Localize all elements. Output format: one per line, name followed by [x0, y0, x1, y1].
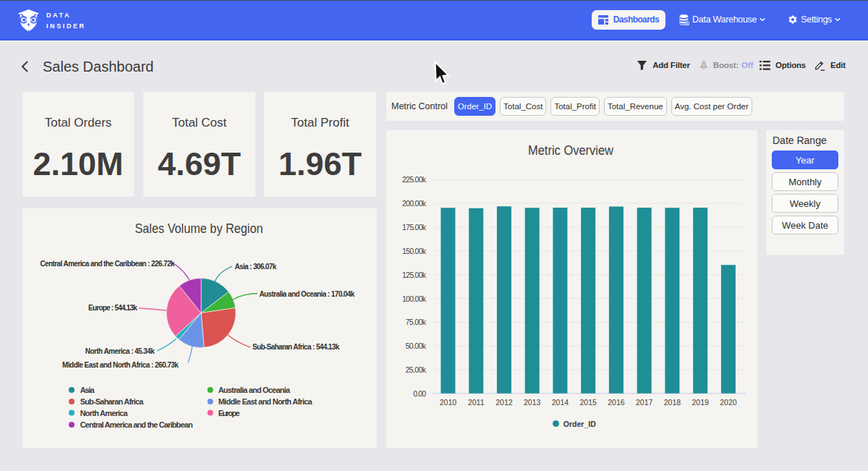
svg-text:Metric Overview: Metric Overview — [528, 143, 614, 158]
svg-text:Order_ID: Order_ID — [563, 420, 596, 428]
svg-text:Europe: Europe — [218, 409, 240, 417]
svg-text:Asia: Asia — [80, 386, 95, 394]
svg-text:Sales Volume by Region: Sales Volume by Region — [135, 221, 263, 236]
svg-text:2010: 2010 — [440, 398, 457, 407]
svg-text:Middle East and North Africa :: Middle East and North Africa : 260.73k — [62, 361, 179, 369]
svg-text:0.00: 0.00 — [413, 389, 426, 398]
svg-text:50.00k: 50.00k — [406, 341, 427, 350]
svg-text:Sub-Saharan Africa: Sub-Saharan Africa — [80, 397, 144, 406]
svg-text:Central America and the Caribb: Central America and the Caribbean : 226.… — [41, 260, 175, 268]
svg-text:Australia and Oceania: Australia and Oceania — [218, 386, 291, 394]
svg-text:Central America and the Caribb: Central America and the Caribbean — [80, 420, 193, 429]
svg-text:200.00k: 200.00k — [402, 199, 427, 208]
svg-text:2019: 2019 — [692, 398, 710, 407]
svg-text:2012: 2012 — [495, 398, 513, 407]
svg-text:2018: 2018 — [664, 398, 681, 407]
svg-text:225.00k: 225.00k — [402, 175, 427, 184]
svg-text:100.00k: 100.00k — [402, 294, 427, 303]
svg-text:2011: 2011 — [468, 398, 485, 407]
svg-text:25.00k: 25.00k — [406, 365, 427, 374]
svg-text:Middle East and North Africa: Middle East and North Africa — [218, 397, 313, 406]
svg-text:Europe : 544.13k: Europe : 544.13k — [88, 304, 137, 312]
svg-text:125.00k: 125.00k — [402, 271, 427, 279]
svg-text:Australia and Oceania : 170.04: Australia and Oceania : 170.04k — [260, 290, 355, 298]
svg-text:150.00k: 150.00k — [402, 247, 427, 255]
svg-text:2013: 2013 — [524, 398, 541, 407]
svg-text:Asia : 306.07k: Asia : 306.07k — [234, 263, 276, 271]
svg-text:75.00k: 75.00k — [406, 318, 427, 326]
svg-text:2014: 2014 — [552, 398, 569, 407]
svg-text:2017: 2017 — [636, 398, 653, 407]
svg-text:Sub-Saharan Africa : 544.13k: Sub-Saharan Africa : 544.13k — [252, 343, 340, 351]
svg-text:175.00k: 175.00k — [402, 223, 427, 232]
svg-text:North America : 45.34k: North America : 45.34k — [85, 347, 155, 355]
svg-text:North America: North America — [80, 409, 129, 417]
svg-text:2015: 2015 — [580, 398, 597, 407]
svg-text:2020: 2020 — [720, 398, 737, 407]
svg-text:2016: 2016 — [608, 398, 625, 407]
